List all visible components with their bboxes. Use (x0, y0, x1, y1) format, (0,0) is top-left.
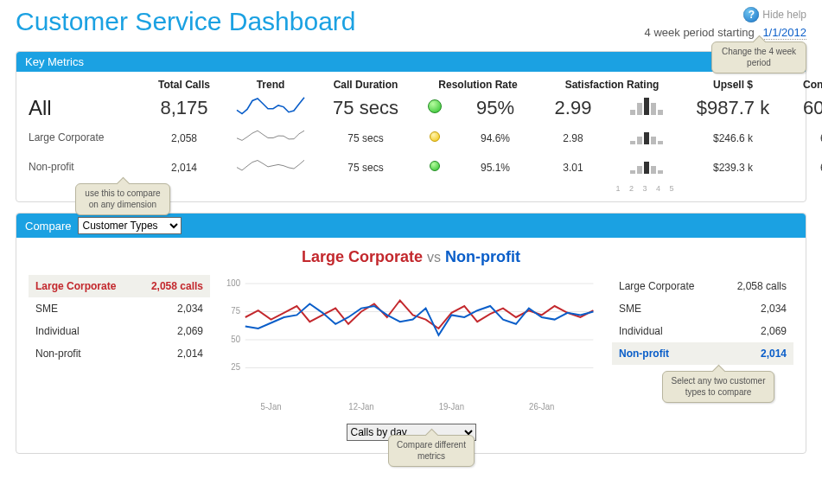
type-value: 2,069 (177, 325, 203, 337)
headline-right: Non-profit (445, 248, 520, 265)
cell-resolution: 95% (452, 97, 538, 119)
header-right: ? Hide help 4 week period starting 1/1/2… (645, 7, 806, 39)
row-name: Non-profit (29, 161, 141, 173)
type-name: Large Corporate (35, 280, 116, 292)
cell-bars (608, 127, 685, 148)
callout-select-types: Select any two customer types to compare (662, 371, 774, 403)
callout-dimension: use this to compare on any dimension (75, 183, 170, 215)
type-name: SME (35, 303, 58, 315)
col-conv: Conv % (781, 79, 822, 91)
svg-text:100: 100 (226, 278, 241, 288)
cell-rating: 3.01 (538, 159, 608, 175)
type-row-right[interactable]: Large Corporate2,058 calls (612, 275, 793, 297)
help-icon[interactable]: ? (743, 7, 759, 22)
type-value: 2,014 (761, 348, 787, 360)
cell-bars (608, 156, 685, 177)
hide-help-link[interactable]: Hide help (762, 9, 806, 21)
dimension-select[interactable]: Customer Types (78, 217, 182, 234)
type-name: SME (619, 303, 641, 315)
type-name: Non-profit (35, 348, 81, 360)
compare-chart: 2550751005-Jan12-Jan19-Jan26-Jan Calls b… (220, 275, 602, 441)
type-name: Individual (35, 325, 80, 337)
type-value: 2,034 (177, 303, 203, 315)
type-row-right[interactable]: SME2,034 (612, 297, 793, 320)
type-row-left[interactable]: Individual2,069 (29, 320, 210, 342)
svg-text:5-Jan: 5-Jan (261, 402, 282, 411)
col-upsell: Upsell $ (685, 79, 781, 91)
key-metrics-header: Key Metrics (16, 52, 806, 72)
cell-trend (227, 155, 314, 179)
col-duration: Call Duration (314, 79, 417, 91)
svg-text:50: 50 (231, 335, 240, 344)
cell-trend (227, 96, 314, 120)
type-value: 2,058 calls (151, 280, 203, 292)
type-row-left[interactable]: SME2,034 (29, 297, 210, 320)
type-value: 2,034 (761, 303, 787, 315)
compare-title-label: Compare (25, 220, 71, 233)
cell-total: 2,058 (141, 130, 227, 145)
cell-dot (417, 159, 452, 175)
type-value: 2,014 (177, 348, 203, 360)
cell-upsell: $239.3 k (685, 159, 781, 175)
callout-metrics: Compare different metrics (388, 435, 475, 467)
callout-period: Change the 4 week period (711, 41, 806, 73)
left-type-list: Large Corporate2,058 callsSME2,034Indivi… (29, 275, 210, 441)
cell-conv: 60% (781, 159, 822, 175)
type-name: Large Corporate (619, 280, 694, 292)
cell-rating: 2.98 (538, 130, 608, 145)
cell-conv: 60% (781, 130, 822, 145)
page-title: Customer Service Dashboard (16, 7, 356, 36)
type-row-right[interactable]: Non-profit2,014 (612, 342, 793, 365)
row-name: All (29, 96, 141, 120)
col-satisfaction: Satisfaction Rating (538, 79, 685, 91)
col-resolution: Resolution Rate (417, 79, 538, 91)
cell-resolution: 94.6% (452, 130, 538, 145)
cell-trend (227, 125, 314, 150)
type-value: 2,069 (761, 325, 787, 337)
col-total-calls: Total Calls (141, 79, 227, 91)
cell-upsell: $987.7 k (685, 97, 781, 119)
type-name: Non-profit (619, 348, 669, 360)
compare-panel: Compare Customer Types Large Corporate v… (16, 213, 806, 454)
key-metrics-panel: Key Metrics Total CallsTrendCall Duratio… (16, 51, 806, 202)
cell-upsell: $246.6 k (685, 130, 781, 145)
cell-resolution: 95.1% (452, 159, 538, 175)
cell-bars (608, 98, 685, 118)
cell-dot (417, 130, 452, 145)
headline-vs: vs (427, 250, 441, 265)
type-row-left[interactable]: Large Corporate2,058 calls (29, 275, 210, 297)
cell-total: 2,014 (141, 159, 227, 175)
type-row-right[interactable]: Individual2,069 (612, 320, 793, 342)
col-trend: Trend (227, 79, 314, 91)
cell-duration: 75 secs (314, 97, 417, 119)
right-type-list: Large Corporate2,058 callsSME2,034Indivi… (612, 275, 793, 441)
cell-duration: 75 secs (314, 130, 417, 145)
type-row-left[interactable]: Non-profit2,014 (29, 342, 210, 365)
headline-left: Large Corporate (302, 248, 423, 265)
type-name: Individual (619, 325, 663, 337)
cell-conv: 60% (781, 97, 822, 119)
row-name: Large Corporate (29, 131, 141, 144)
cell-duration: 75 secs (314, 159, 417, 175)
rating-axis: 1 2 3 4 5 (608, 184, 685, 193)
svg-text:25: 25 (231, 362, 240, 372)
compare-headline: Large Corporate vs Non-profit (29, 248, 793, 266)
svg-text:19-Jan: 19-Jan (439, 402, 464, 411)
cell-total: 8,175 (141, 97, 227, 119)
compare-header: Compare Customer Types (16, 214, 806, 238)
period-date[interactable]: 1/1/2012 (762, 26, 806, 40)
type-value: 2,058 calls (737, 280, 787, 292)
key-metrics-title: Key Metrics (25, 55, 84, 68)
cell-rating: 2.99 (538, 97, 608, 119)
cell-dot (417, 99, 452, 117)
period-label: 4 week period starting (645, 26, 755, 39)
svg-text:75: 75 (231, 306, 240, 316)
svg-text:26-Jan: 26-Jan (529, 402, 554, 411)
svg-text:12-Jan: 12-Jan (348, 402, 373, 411)
